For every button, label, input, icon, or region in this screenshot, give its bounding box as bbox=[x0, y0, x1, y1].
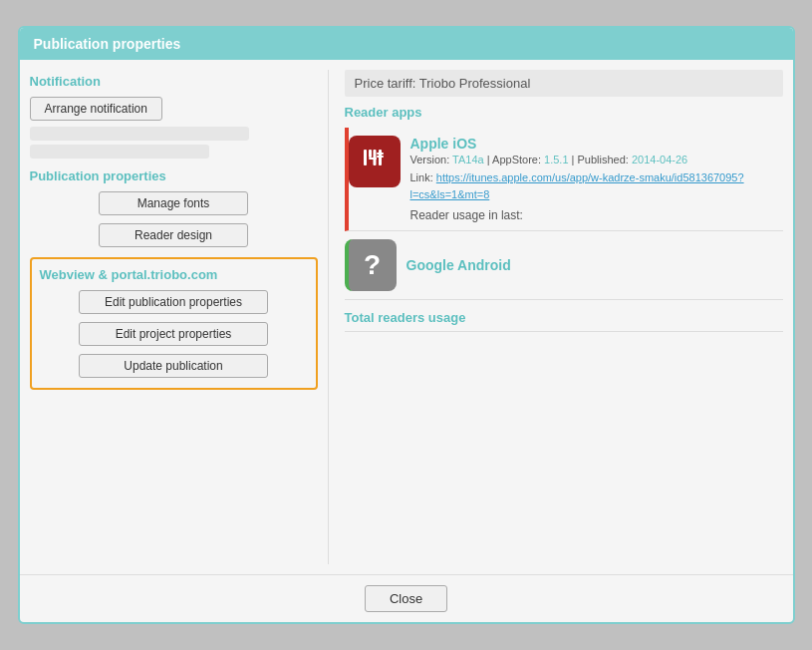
update-publication-button[interactable]: Update publication bbox=[79, 354, 268, 378]
link-label: Link: bbox=[410, 171, 436, 183]
ios-app-info: Apple iOS Version: TA14a | AppStore: 1.5… bbox=[410, 136, 783, 222]
ios-app-icon bbox=[349, 136, 401, 187]
reader-apps-label: Reader apps bbox=[345, 105, 783, 120]
android-app-card: ? Google Android bbox=[345, 231, 783, 300]
android-app-icon: ? bbox=[345, 239, 397, 291]
total-readers-label: Total readers usage bbox=[345, 310, 783, 332]
reader-usage-text: Reader usage in last: bbox=[410, 208, 783, 222]
price-tariff-bar: Price tariff: Triobo Professional bbox=[345, 70, 783, 97]
svg-rect-0 bbox=[364, 150, 367, 165]
manage-fonts-button[interactable]: Manage fonts bbox=[99, 191, 248, 215]
reader-design-button[interactable]: Reader design bbox=[99, 223, 248, 247]
edit-project-properties-button[interactable]: Edit project properties bbox=[79, 322, 268, 346]
appstore-value: 1.5.1 bbox=[544, 154, 568, 165]
edit-publication-properties-button[interactable]: Edit publication properties bbox=[79, 290, 268, 314]
arrange-notification-button[interactable]: Arrange notification bbox=[30, 97, 162, 121]
svg-rect-5 bbox=[377, 156, 384, 158]
version-label: Version: bbox=[410, 154, 453, 165]
published-label: | Published: bbox=[572, 154, 632, 165]
published-value: 2014-04-26 bbox=[632, 154, 687, 165]
ios-app-details: Version: TA14a | AppStore: 1.5.1 | Publi… bbox=[410, 152, 783, 204]
fork-knife-icon bbox=[359, 146, 391, 177]
version-value: TA14a bbox=[452, 154, 484, 165]
publication-properties-dialog: Publication properties Notification Arra… bbox=[18, 26, 795, 624]
publication-properties-label: Publication properties bbox=[30, 168, 318, 183]
ios-app-card: Apple iOS Version: TA14a | AppStore: 1.5… bbox=[345, 128, 783, 231]
dialog-footer: Close bbox=[20, 574, 793, 622]
webview-section: Webview & portal.triobo.com Edit publica… bbox=[30, 257, 318, 390]
svg-rect-6 bbox=[377, 153, 384, 155]
blurred-row-2 bbox=[30, 145, 209, 159]
ios-app-name: Apple iOS bbox=[410, 136, 783, 152]
android-app-name: Google Android bbox=[406, 257, 511, 273]
appstore-label: | AppStore: bbox=[487, 154, 544, 165]
blurred-row-1 bbox=[30, 127, 249, 141]
dialog-title: Publication properties bbox=[20, 28, 793, 60]
left-panel: Notification Arrange notification Public… bbox=[30, 70, 329, 564]
right-panel: Price tariff: Triobo Professional Reader… bbox=[339, 70, 783, 564]
svg-rect-3 bbox=[373, 150, 376, 165]
ios-app-link[interactable]: https://itunes.apple.com/us/app/w-kadrze… bbox=[410, 171, 744, 201]
notification-section-label: Notification bbox=[30, 74, 318, 89]
svg-rect-1 bbox=[369, 150, 372, 158]
close-button[interactable]: Close bbox=[365, 585, 447, 612]
webview-section-label: Webview & portal.triobo.com bbox=[40, 267, 308, 282]
